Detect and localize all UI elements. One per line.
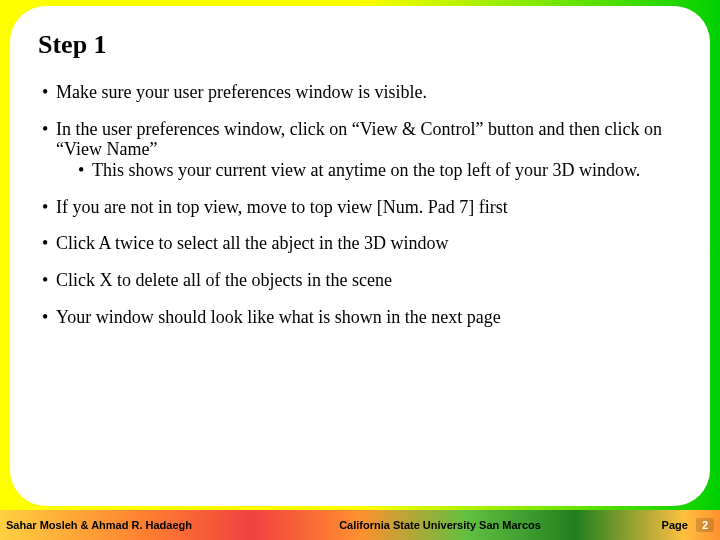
- bullet-item: Your window should look like what is sho…: [42, 307, 682, 328]
- footer-page: Page 2: [640, 518, 720, 532]
- bullet-item: In the user preferences window, click on…: [42, 119, 682, 181]
- bullet-text: In the user preferences window, click on…: [56, 119, 662, 160]
- bullet-list: Make sure your user preferences window i…: [38, 82, 682, 328]
- sub-bullet-item: This shows your current view at anytime …: [78, 160, 682, 181]
- slide-card: Step 1 Make sure your user preferences w…: [10, 6, 710, 506]
- sub-bullet-list: This shows your current view at anytime …: [56, 160, 682, 181]
- bullet-item: Click A twice to select all the abject i…: [42, 233, 682, 254]
- page-label: Page: [662, 519, 688, 531]
- bullet-item: Click X to delete all of the objects in …: [42, 270, 682, 291]
- page-number: 2: [696, 518, 714, 532]
- slide-title: Step 1: [38, 30, 682, 60]
- bullet-item: If you are not in top view, move to top …: [42, 197, 682, 218]
- footer-authors: Sahar Mosleh & Ahmad R. Hadaegh: [0, 519, 240, 531]
- bullet-item: Make sure your user preferences window i…: [42, 82, 682, 103]
- slide-footer: Sahar Mosleh & Ahmad R. Hadaegh Californ…: [0, 510, 720, 540]
- footer-institution: California State University San Marcos: [240, 519, 640, 531]
